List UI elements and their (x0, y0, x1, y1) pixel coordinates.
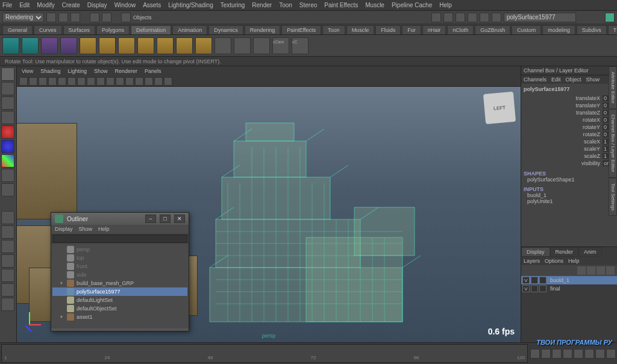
paint-select-icon[interactable] (1, 96, 14, 110)
layer-move-up-icon[interactable] (577, 266, 586, 275)
fast-fwd-icon[interactable] (606, 349, 616, 359)
sidebar-toggle-icon[interactable] (605, 13, 615, 22)
open-scene-icon[interactable] (58, 13, 68, 22)
snap-curve-icon[interactable] (443, 13, 453, 22)
shelf-tab-modeling[interactable]: modeling (542, 25, 575, 34)
vp-film-gate-icon[interactable] (67, 77, 76, 86)
menu-texturing[interactable]: Texturing (221, 2, 245, 8)
outliner-display-menu[interactable]: Display (55, 226, 73, 232)
vp-shaded-icon[interactable] (116, 77, 124, 86)
layers-options-menu[interactable]: Options (545, 258, 563, 264)
layer-tab-render[interactable]: Render (550, 247, 579, 257)
edit-menu[interactable]: Edit (551, 77, 561, 83)
layout-dope-icon[interactable] (1, 298, 14, 311)
menu-render[interactable]: Render (252, 2, 272, 8)
channel-attr-scaleZ[interactable]: scaleZ1 (524, 152, 615, 160)
outliner-item-defaultObjectSet[interactable]: defaultObjectSet (52, 304, 187, 313)
vp-menu-shading[interactable]: Shading (40, 68, 60, 74)
menu-pipeline-cache[interactable]: Pipeline Cache (392, 2, 432, 8)
channel-attr-translateY[interactable]: translateY0 (524, 102, 615, 109)
vtab-attribute-editor[interactable]: Attribute Editor (609, 66, 617, 109)
shelf-tab-surfaces[interactable]: Surfaces (63, 25, 96, 34)
shelf-sine-icon[interactable] (137, 37, 154, 54)
shelf-nonlinear-icon[interactable] (80, 37, 96, 54)
vp-camera-attr-icon[interactable] (29, 77, 37, 86)
vp-safe-title-icon[interactable] (96, 77, 105, 86)
outliner-item-side[interactable]: side (52, 271, 187, 279)
outliner-item-build_base_mesh_GRP[interactable]: +build_base_mesh_GRP (52, 279, 187, 287)
channel-attr-scaleY[interactable]: scaleY1 (524, 145, 615, 152)
minimize-icon[interactable]: − (145, 215, 156, 223)
render-icon[interactable] (468, 13, 477, 22)
layout-four-icon[interactable] (1, 225, 14, 239)
layer-new-empty-icon[interactable] (597, 266, 605, 275)
outliner-show-menu[interactable]: Show (79, 226, 93, 232)
shelf-squash-icon[interactable] (157, 37, 174, 54)
channel-object-name[interactable]: polySurface15977 (524, 86, 615, 92)
outliner-item-polySurface15977[interactable]: polySurface15977 (52, 287, 187, 296)
prev-key-icon[interactable] (552, 349, 562, 359)
vp-isolate-icon[interactable] (154, 77, 163, 86)
shelf-tab-deformation[interactable]: Deformation (131, 25, 171, 34)
move-tool-icon[interactable] (1, 111, 14, 124)
layout-persp-icon[interactable] (1, 240, 14, 253)
layout-outliner-icon[interactable] (1, 254, 14, 268)
close-icon[interactable]: ✕ (174, 215, 185, 223)
shelf-tab-curves[interactable]: Curves (34, 25, 62, 34)
vp-grid-icon[interactable] (58, 77, 66, 86)
menu-help[interactable]: Help (439, 2, 452, 8)
vp-image-plane-icon[interactable] (48, 77, 57, 86)
menu-painteffects[interactable]: Paint Effects (324, 2, 358, 8)
channel-attr-scaleX[interactable]: scaleX1 (524, 138, 615, 145)
vtab-channel-box[interactable]: Channel Box / Layer Editor (609, 109, 617, 178)
shelf-tab-dynamics[interactable]: Dynamics (208, 25, 243, 34)
shelf-jiggle-icon[interactable] (234, 37, 251, 54)
channel-attr-rotateZ[interactable]: rotateZ0 (524, 131, 615, 138)
vp-menu-show[interactable]: Show (94, 68, 108, 74)
layer-new-selected-icon[interactable] (606, 266, 615, 275)
layer-tab-anim[interactable]: Anim (578, 247, 602, 257)
shelf-twist-icon[interactable] (176, 37, 193, 54)
shelf-tab-gozbrush[interactable]: GoZBrush (475, 25, 510, 34)
module-dropdown[interactable]: Rendering (2, 13, 44, 22)
select-tool-icon[interactable] (1, 67, 14, 81)
layout-hypergraph-icon[interactable] (1, 269, 14, 282)
shelf-cluster-icon[interactable] (41, 37, 58, 54)
lasso-tool-icon[interactable] (1, 82, 14, 95)
new-scene-icon[interactable] (46, 13, 56, 22)
snap-point-icon[interactable] (456, 13, 465, 22)
shelf-tab-fur[interactable]: Fur (402, 25, 421, 34)
vp-menu-renderer[interactable]: Renderer (114, 68, 137, 74)
layers-help-menu[interactable]: Help (568, 258, 580, 264)
shelf-flare-icon[interactable] (118, 37, 135, 54)
outliner-item-defaultLightSet[interactable]: defaultLightSet (52, 296, 187, 304)
outliner-search-input[interactable] (52, 234, 187, 243)
channel-attr-translateX[interactable]: translateX0 (524, 95, 615, 102)
shelf-tab-ncloth[interactable]: nCloth (447, 25, 474, 34)
vp-res-gate-icon[interactable] (77, 77, 86, 86)
outliner-item-front[interactable]: front (52, 262, 187, 271)
layout-single-icon[interactable] (1, 211, 14, 224)
shelf-wrap-icon[interactable] (22, 37, 39, 54)
menu-lighting-shading[interactable]: Lighting/Shading (168, 2, 213, 8)
shelf-sculpt-icon[interactable] (215, 37, 231, 54)
shelf-bend-icon[interactable] (99, 37, 116, 54)
object-menu[interactable]: Object (566, 77, 581, 83)
outliner-item-asset1[interactable]: +asset1 (52, 313, 187, 321)
snap-grid-icon[interactable] (431, 13, 441, 22)
outliner-help-menu[interactable]: Help (98, 226, 110, 232)
menu-modify[interactable]: Modify (37, 2, 54, 8)
menu-file[interactable]: File (2, 2, 12, 8)
play-forward-icon[interactable] (574, 349, 583, 359)
channel-attr-visibility[interactable]: visibilityon (524, 160, 615, 167)
select-mode-icon[interactable] (121, 13, 131, 22)
save-scene-icon[interactable] (70, 13, 80, 22)
layer-row-buold_1[interactable]: Vbuold_1 (521, 276, 617, 284)
channels-menu[interactable]: Channels (524, 77, 547, 83)
shelf-tab-muscle[interactable]: Muscle (346, 25, 375, 34)
channel-attr-translateZ[interactable]: translateZ0 (524, 109, 615, 116)
shelf-wire-icon[interactable] (253, 37, 270, 54)
shelf-blend-icon[interactable] (60, 37, 77, 54)
layer-move-down-icon[interactable] (587, 266, 595, 275)
outliner-titlebar[interactable]: Outliner − □ ✕ (51, 213, 189, 225)
